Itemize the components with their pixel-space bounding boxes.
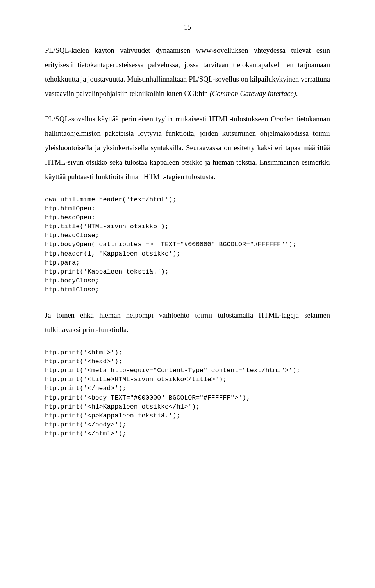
paragraph-1: PL/SQL-kielen käytön vahvuudet dynaamise…	[45, 43, 330, 101]
code-block-1: owa_util.mime_header('text/html'); htp.h…	[45, 195, 330, 294]
page-number: 15	[45, 23, 330, 32]
para1-italic: (Common Gateway Interface)	[210, 90, 296, 98]
code-block-2: htp.print('<html>'); htp.print('<head>')…	[45, 348, 330, 438]
para1-end: .	[296, 90, 298, 98]
paragraph-3: Ja toinen ehkä hieman helpompi vaihtoeht…	[45, 308, 330, 337]
paragraph-2: PL/SQL-sovellus käyttää perinteisen tyyl…	[45, 112, 330, 184]
document-page: 15 PL/SQL-kielen käytön vahvuudet dynaam…	[0, 0, 375, 588]
